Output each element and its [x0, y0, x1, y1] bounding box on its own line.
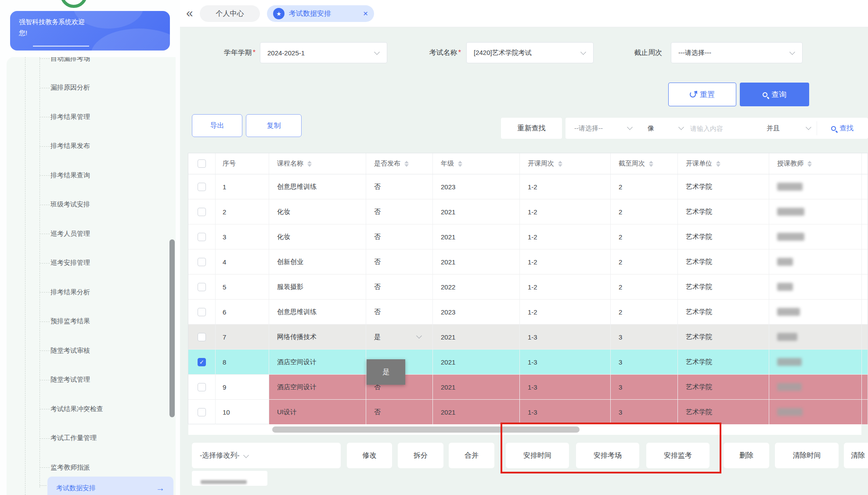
sidebar-menu-item-label: 排考结果分析 — [50, 288, 90, 296]
cell-end-week: 2 — [611, 275, 678, 299]
table-row[interactable]: ✓ 7 网络传播技术 是 2021 1-3 3 艺术学院 — [188, 325, 868, 350]
table-row[interactable]: ✓ 3 化妆 否 2021 1-2 2 艺术学院 — [188, 224, 868, 249]
query-button[interactable]: 查询 — [740, 83, 809, 106]
cell-course: 创意思维训练 — [269, 300, 366, 324]
sidebar-menu-item[interactable]: 随堂考试审核 — [7, 336, 176, 365]
table-row[interactable]: ✓ 1 创意思维训练 否 2023 1-2 2 艺术学院 — [188, 174, 868, 199]
column-header-grade: 年级 — [433, 153, 520, 174]
column-select-flyout-partial — [192, 471, 267, 486]
column-header-teacher: 授课教师 — [769, 153, 862, 174]
table-row[interactable]: ✓ 5 服装摄影 否 2022 1-2 2 艺术学院 — [188, 275, 868, 300]
sidebar-menu-item[interactable]: 排考结果管理 — [7, 102, 176, 132]
welcome-text-line1: 强智科技教务系统欢迎 — [19, 17, 161, 28]
exam-name-select[interactable]: [2420]艺术学院考试 — [466, 42, 594, 63]
column-header-start-week: 开课周次 — [520, 153, 611, 174]
horizontal-scrollbar-thumb[interactable] — [272, 426, 580, 433]
sort-icon[interactable] — [307, 161, 312, 167]
sidebar-menu-item[interactable]: 考试结果冲突检查 — [7, 394, 176, 424]
cell-unit: 艺术学院 — [678, 275, 769, 299]
collapse-tabs-icon[interactable]: « — [186, 4, 193, 22]
table-row[interactable]: ✓ 10 UI设计 否 2021 1-3 3 艺术学院 — [188, 400, 868, 425]
sort-icon[interactable] — [649, 161, 653, 167]
tab-personal-center[interactable]: 个人中心 — [200, 5, 260, 22]
sidebar-menu-item-label: 考试结果冲突检查 — [50, 405, 103, 413]
sidebar-menu-item[interactable]: 漏排原因分析 — [7, 73, 176, 103]
table-row[interactable]: ✓ 9 酒店空间设计 否 2021 1-3 3 艺术学院 — [188, 375, 868, 400]
cell-start-week: 1-2 — [520, 224, 611, 249]
cell-published: 否 — [366, 224, 433, 249]
select-all-checkbox[interactable] — [198, 159, 206, 168]
row-checkbox[interactable]: ✓ — [198, 183, 206, 191]
table-row[interactable]: ✓ 8 酒店空间设计 2021 1-3 3 艺术学院 — [188, 350, 868, 375]
table-row[interactable]: ✓ 6 创意思维训练 否 2023 1-2 2 艺术学院 — [188, 300, 868, 325]
table-body: ✓ 1 创意思维训练 否 2023 1-2 2 艺术学院 ✓ — [188, 174, 868, 425]
sidebar-menu-item-label: 排考结果管理 — [50, 113, 90, 121]
cell-grade: 2021 — [433, 325, 520, 349]
research-button[interactable]: 重新查找 — [501, 118, 562, 139]
search-field-select[interactable]: --请选择-- — [565, 118, 639, 139]
sidebar-menu-item[interactable]: 巡考安排管理 — [7, 249, 176, 278]
bottom-action-button[interactable]: 拆分 — [398, 443, 443, 468]
sidebar-menu-item[interactable]: 预排监考结果 — [7, 307, 176, 336]
end-week-select[interactable]: ---请选择--- — [671, 42, 803, 63]
bottom-action-button[interactable]: 安排考场 — [576, 443, 639, 468]
reset-button[interactable]: 重置 — [668, 83, 736, 106]
star-icon: ★ — [273, 8, 285, 19]
sidebar-menu-item[interactable]: 班级考试安排 — [7, 190, 176, 220]
bottom-action-button[interactable]: 安排时间 — [506, 443, 569, 468]
sort-icon[interactable] — [716, 161, 720, 167]
sidebar-menu-item[interactable]: 随堂考试管理 — [7, 365, 176, 395]
cell-grade: 2023 — [433, 174, 520, 199]
sidebar-menu-item[interactable]: 排考结果发布 — [7, 132, 176, 161]
bottom-action-button[interactable]: 修改 — [347, 443, 392, 468]
bottom-action-button[interactable]: 删除 — [724, 443, 769, 468]
sidebar-menu-item-label: 排考结果查询 — [50, 171, 90, 180]
column-header-end-week: 截至周次 — [611, 153, 678, 174]
sort-icon[interactable] — [404, 161, 409, 167]
semester-select[interactable]: 2024-2025-1 — [260, 42, 387, 63]
row-checkbox[interactable]: ✓ — [198, 208, 206, 216]
row-checkbox[interactable]: ✓ — [198, 233, 206, 241]
cell-no: 4 — [216, 249, 269, 274]
search-input[interactable] — [690, 120, 754, 136]
sort-icon[interactable] — [558, 161, 562, 167]
sidebar-scrollbar-thumb[interactable] — [169, 239, 175, 417]
cell-end-week: 3 — [611, 325, 678, 349]
table-row[interactable]: ✓ 2 化妆 否 2021 1-2 2 艺术学院 — [188, 199, 868, 224]
row-checkbox[interactable]: ✓ — [198, 358, 206, 366]
published-dropdown-option[interactable]: 是 — [367, 359, 405, 385]
sort-icon[interactable] — [458, 161, 462, 167]
bottom-action-button[interactable]: 安排监考 — [646, 443, 710, 468]
row-checkbox[interactable]: ✓ — [198, 283, 206, 291]
semester-value: 2024-2025-1 — [267, 49, 305, 57]
row-checkbox[interactable]: ✓ — [198, 308, 206, 316]
semester-label: 学年学期* — [206, 42, 256, 63]
row-checkbox[interactable]: ✓ — [198, 333, 206, 341]
sidebar-menu-item[interactable]: 排考结果分析 — [7, 278, 176, 307]
export-button[interactable]: 导出 — [192, 114, 242, 137]
bottom-action-button[interactable]: 清除时间 — [775, 443, 839, 468]
bottom-action-button[interactable]: 清除 — [844, 443, 868, 468]
sidebar-item-exam-data-arrangement[interactable]: 考试数据安排 → — [47, 477, 173, 495]
row-checkbox[interactable]: ✓ — [198, 408, 206, 416]
cell-grade: 2022 — [433, 275, 520, 299]
search-operator-select[interactable]: 像 — [639, 118, 689, 139]
welcome-text-line2: 您! — [19, 28, 161, 39]
close-tab-icon[interactable]: × — [363, 9, 368, 18]
cell-course: 酒店空间设计 — [269, 375, 366, 399]
cell-grade: 2021 — [433, 400, 520, 424]
sort-icon[interactable] — [807, 161, 812, 167]
table-row[interactable]: ✓ 4 创新创业 否 2021 1-2 2 艺术学院 — [188, 249, 868, 275]
bottom-action-button[interactable]: 合并 — [449, 443, 494, 468]
row-checkbox[interactable]: ✓ — [198, 383, 206, 391]
sidebar-menu-item[interactable]: 排考结果查询 — [7, 161, 176, 190]
row-checkbox[interactable]: ✓ — [198, 258, 206, 266]
tab-exam-data-arrangement[interactable]: ★ 考试数据安排 × — [267, 5, 374, 22]
find-button[interactable]: 查找 — [817, 118, 868, 139]
copy-button[interactable]: 复制 — [246, 114, 302, 137]
search-logic-select[interactable]: 并且 — [755, 118, 817, 139]
chevron-down-icon[interactable] — [416, 333, 422, 339]
sidebar-menu-item[interactable]: 自动漏排考场 — [7, 57, 176, 73]
teacher-name-redacted — [777, 233, 804, 241]
sidebar-menu-item[interactable]: 巡考人员管理 — [7, 219, 176, 249]
